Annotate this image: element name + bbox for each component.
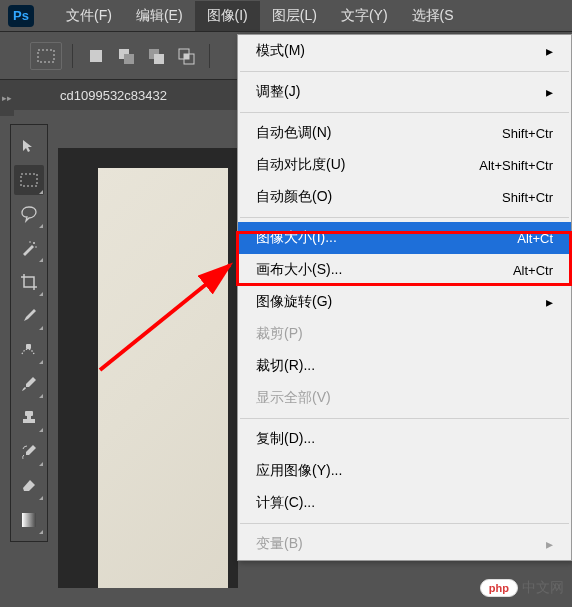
menu-separator [240, 217, 569, 218]
watermark-badge: php [480, 579, 518, 597]
menu-item-label: 画布大小(S)... [256, 261, 342, 279]
submenu-arrow-icon: ▸ [546, 84, 553, 100]
selection-add-icon[interactable] [113, 43, 139, 69]
menu-crop: 裁剪(P) [238, 318, 571, 350]
menu-shortcut: Alt+Shift+Ctr [479, 158, 553, 173]
menu-item-label: 图像旋转(G) [256, 293, 332, 311]
menu-separator [240, 71, 569, 72]
menu-image[interactable]: 图像(I) [195, 1, 260, 31]
eraser-tool[interactable] [14, 471, 44, 501]
menu-item-label: 复制(D)... [256, 430, 315, 448]
selection-subtract-icon[interactable] [143, 43, 169, 69]
document-canvas[interactable] [98, 168, 228, 588]
crop-tool[interactable] [14, 267, 44, 297]
menu-item-label: 图像大小(I)... [256, 229, 337, 247]
svg-rect-1 [90, 50, 102, 62]
watermark-text: 中文网 [522, 579, 564, 597]
menu-image-rotation[interactable]: 图像旋转(G)▸ [238, 286, 571, 318]
menu-shortcut: Alt+Ct [517, 231, 553, 246]
svg-rect-9 [21, 174, 37, 186]
menu-layer[interactable]: 图层(L) [260, 1, 329, 31]
svg-rect-8 [184, 54, 189, 59]
svg-rect-5 [154, 54, 164, 64]
watermark: php 中文网 [480, 579, 564, 597]
submenu-arrow-icon: ▸ [546, 536, 553, 552]
tools-panel [10, 124, 48, 542]
menu-auto-color[interactable]: 自动颜色(O)Shift+Ctr [238, 181, 571, 213]
menu-item-label: 自动色调(N) [256, 124, 331, 142]
canvas-area [58, 148, 238, 588]
menu-file[interactable]: 文件(F) [54, 1, 124, 31]
panel-collapse-strip[interactable]: ▸▸ [0, 80, 14, 116]
menu-trim[interactable]: 裁切(R)... [238, 350, 571, 382]
svg-rect-15 [22, 513, 36, 527]
menu-separator [240, 112, 569, 113]
menu-item-label: 模式(M) [256, 42, 305, 60]
magic-wand-tool[interactable] [14, 233, 44, 263]
menu-item-label: 裁剪(P) [256, 325, 303, 343]
menu-item-label: 自动颜色(O) [256, 188, 332, 206]
menu-text[interactable]: 文字(Y) [329, 1, 400, 31]
menu-item-label: 裁切(R)... [256, 357, 315, 375]
menu-calculations[interactable]: 计算(C)... [238, 487, 571, 519]
menu-variables: 变量(B)▸ [238, 528, 571, 560]
menu-edit[interactable]: 编辑(E) [124, 1, 195, 31]
clone-stamp-tool[interactable] [14, 403, 44, 433]
menu-item-label: 自动对比度(U) [256, 156, 345, 174]
menubar: Ps 文件(F) 编辑(E) 图像(I) 图层(L) 文字(Y) 选择(S [0, 0, 572, 32]
menu-auto-tone[interactable]: 自动色调(N)Shift+Ctr [238, 117, 571, 149]
submenu-arrow-icon: ▸ [546, 294, 553, 310]
menu-duplicate[interactable]: 复制(D)... [238, 423, 571, 455]
separator [72, 44, 73, 68]
menu-adjustments[interactable]: 调整(J)▸ [238, 76, 571, 108]
menu-mode[interactable]: 模式(M)▸ [238, 35, 571, 67]
svg-rect-3 [124, 54, 134, 64]
chevron-right-icon: ▸▸ [2, 93, 12, 103]
svg-point-11 [29, 241, 31, 243]
menu-separator [240, 523, 569, 524]
menu-item-label: 计算(C)... [256, 494, 315, 512]
menu-shortcut: Alt+Ctr [513, 263, 553, 278]
svg-rect-13 [26, 344, 31, 349]
healing-brush-tool[interactable] [14, 335, 44, 365]
menu-canvas-size[interactable]: 画布大小(S)...Alt+Ctr [238, 254, 571, 286]
history-brush-tool[interactable] [14, 437, 44, 467]
separator [209, 44, 210, 68]
marquee-tool[interactable] [14, 165, 44, 195]
menu-item-label: 应用图像(Y)... [256, 462, 342, 480]
submenu-arrow-icon: ▸ [546, 43, 553, 59]
image-menu-dropdown: 模式(M)▸ 调整(J)▸ 自动色调(N)Shift+Ctr 自动对比度(U)A… [237, 34, 572, 561]
app-logo-text: Ps [13, 8, 29, 23]
brush-tool[interactable] [14, 369, 44, 399]
svg-rect-0 [38, 50, 54, 62]
svg-point-12 [35, 246, 37, 248]
lasso-tool[interactable] [14, 199, 44, 229]
menu-select[interactable]: 选择(S [400, 1, 466, 31]
svg-rect-14 [25, 411, 33, 416]
menu-separator [240, 418, 569, 419]
marquee-preset-icon[interactable] [30, 42, 62, 70]
menu-item-label: 显示全部(V) [256, 389, 331, 407]
app-logo: Ps [8, 5, 34, 27]
menu-reveal-all: 显示全部(V) [238, 382, 571, 414]
menu-item-label: 调整(J) [256, 83, 300, 101]
menu-shortcut: Shift+Ctr [502, 190, 553, 205]
menu-shortcut: Shift+Ctr [502, 126, 553, 141]
eyedropper-tool[interactable] [14, 301, 44, 331]
move-tool[interactable] [14, 131, 44, 161]
selection-new-icon[interactable] [83, 43, 109, 69]
svg-point-10 [33, 242, 35, 244]
menu-apply-image[interactable]: 应用图像(Y)... [238, 455, 571, 487]
selection-intersect-icon[interactable] [173, 43, 199, 69]
gradient-tool[interactable] [14, 505, 44, 535]
menu-auto-contrast[interactable]: 自动对比度(U)Alt+Shift+Ctr [238, 149, 571, 181]
menu-item-label: 变量(B) [256, 535, 303, 553]
menu-image-size[interactable]: 图像大小(I)...Alt+Ct [238, 222, 571, 254]
document-tab[interactable]: cd1099532c83432 [60, 88, 167, 103]
